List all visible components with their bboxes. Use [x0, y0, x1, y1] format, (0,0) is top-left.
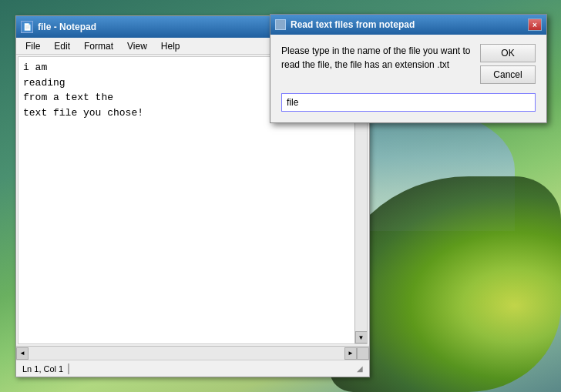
filename-input[interactable]	[281, 93, 536, 112]
dialog-buttons: OK Cancel	[480, 44, 536, 84]
dialog-close-button[interactable]: ×	[528, 18, 542, 31]
read-file-dialog: Read text files from notepad × Please ty…	[270, 14, 547, 123]
dialog-body: Please type in the name of the file you …	[270, 35, 546, 122]
status-position: Ln 1, Col 1	[22, 364, 63, 374]
dialog-input-row	[281, 93, 536, 112]
dialog-titlebar: Read text files from notepad ×	[270, 15, 546, 35]
dialog-title: Read text files from notepad	[291, 19, 523, 30]
statusbar-resize-icon: ◢	[357, 364, 363, 373]
horizontal-scrollbar[interactable]: ◄ ►	[16, 346, 369, 360]
dialog-icon	[275, 19, 286, 30]
menu-format[interactable]: Format	[78, 39, 119, 53]
notepad-app-icon: 📄	[21, 21, 33, 33]
hscroll-corner	[357, 347, 369, 360]
scroll-down-arrow[interactable]: ▼	[355, 331, 368, 343]
dialog-message: Please type in the name of the file you …	[281, 44, 472, 84]
notepad-statusbar: Ln 1, Col 1 ◢	[16, 360, 369, 377]
menu-help[interactable]: Help	[155, 39, 186, 53]
dialog-content-row: Please type in the name of the file you …	[281, 44, 536, 84]
menu-edit[interactable]: Edit	[48, 39, 76, 53]
menu-view[interactable]: View	[121, 39, 153, 53]
dialog-ok-button[interactable]: OK	[480, 44, 536, 62]
scroll-right-arrow[interactable]: ►	[344, 347, 357, 360]
dialog-cancel-button[interactable]: Cancel	[480, 65, 536, 84]
scroll-track-h[interactable]	[29, 347, 344, 360]
menu-file[interactable]: File	[19, 39, 46, 53]
statusbar-divider	[68, 364, 69, 374]
scroll-left-arrow[interactable]: ◄	[16, 347, 29, 360]
